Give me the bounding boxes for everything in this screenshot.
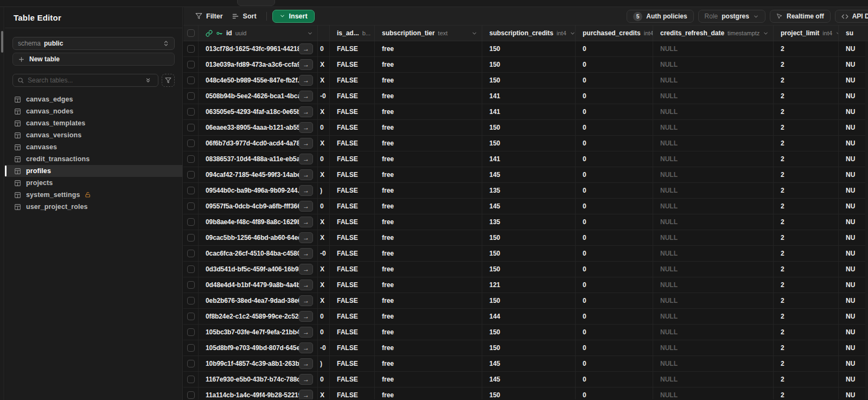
cell-is-admin[interactable]: FALSE	[330, 340, 375, 355]
sidebar-item-canvas_templates[interactable]: canvas_templates	[5, 117, 182, 129]
sidebar-item-canvas_versions[interactable]: canvas_versions	[5, 129, 182, 141]
cell-clipped[interactable]: -0	[318, 246, 330, 261]
row-checkbox[interactable]	[187, 108, 195, 116]
cell-subscription-credits[interactable]: 150	[482, 246, 576, 261]
cell-purchased-credits[interactable]: 0	[576, 293, 653, 308]
filter-button[interactable]: Filter	[191, 10, 227, 23]
cell-id[interactable]: 0cac6fca-26cf-4510-84ba-c4580...→	[199, 246, 318, 261]
row-checkbox[interactable]	[187, 77, 195, 84]
row-checkbox[interactable]	[187, 61, 195, 68]
schema-select[interactable]: schema public	[12, 37, 175, 50]
cell-credits-refresh-date[interactable]: NULL	[653, 88, 774, 104]
cell-clipped[interactable]: 0	[318, 151, 330, 167]
cell-overflow[interactable]: NU	[839, 325, 868, 340]
expand-row-button[interactable]: →	[299, 59, 313, 70]
cell-purchased-credits[interactable]: 0	[576, 340, 653, 355]
expand-row-button[interactable]: →	[299, 295, 313, 306]
cell-project-limit[interactable]: 2	[774, 41, 839, 56]
cell-subscription-tier[interactable]: free	[375, 293, 482, 308]
chevron-down-icon[interactable]	[471, 30, 477, 36]
expand-row-button[interactable]: →	[299, 248, 313, 259]
row-checkbox[interactable]	[187, 45, 195, 53]
cell-credits-refresh-date[interactable]: NULL	[653, 262, 774, 277]
row-checkbox[interactable]	[187, 202, 195, 210]
cell-clipped[interactable]: X	[318, 104, 330, 119]
cell-is-admin[interactable]: FALSE	[330, 73, 375, 88]
cell-is-admin[interactable]: FALSE	[330, 356, 375, 371]
sort-button[interactable]: Sort	[227, 10, 261, 23]
cell-subscription-tier[interactable]: free	[375, 388, 482, 399]
cell-id[interactable]: 09544b0c-ba9b-496a-9b09-244...→	[199, 183, 318, 198]
cell-purchased-credits[interactable]: 0	[576, 309, 653, 324]
column-header-project-limit[interactable]: project_limit int4	[774, 26, 839, 41]
cell-purchased-credits[interactable]: 0	[576, 151, 653, 167]
cell-subscription-credits[interactable]: 144	[482, 309, 576, 324]
cell-is-admin[interactable]: FALSE	[330, 325, 375, 340]
cell-is-admin[interactable]: FALSE	[330, 372, 375, 387]
cell-purchased-credits[interactable]: 0	[576, 57, 653, 72]
chevron-down-icon[interactable]	[763, 30, 769, 36]
expand-row-button[interactable]: →	[299, 327, 313, 338]
cell-credits-refresh-date[interactable]: NULL	[653, 136, 774, 151]
role-select-button[interactable]: Role postgres	[698, 10, 765, 23]
row-checkbox[interactable]	[187, 376, 195, 383]
cell-subscription-credits[interactable]: 150	[482, 41, 576, 56]
cell-clipped[interactable]: X	[318, 230, 330, 245]
cell-clipped[interactable]: X	[318, 293, 330, 308]
cell-is-admin[interactable]: FALSE	[330, 262, 375, 277]
cell-project-limit[interactable]: 2	[774, 120, 839, 135]
cell-subscription-tier[interactable]: free	[375, 325, 482, 340]
cell-overflow[interactable]: NU	[839, 309, 868, 324]
cell-credits-refresh-date[interactable]: NULL	[653, 214, 774, 230]
cell-id[interactable]: 08386537-10d4-488a-a11e-eb5a6...→	[199, 151, 318, 167]
cell-project-limit[interactable]: 2	[774, 372, 839, 387]
cell-subscription-credits[interactable]: 141	[482, 104, 576, 119]
cell-project-limit[interactable]: 2	[774, 151, 839, 167]
cell-id[interactable]: 0d48e4d4-b1bf-4479-9a8b-4a4b...→	[199, 277, 318, 293]
cell-project-limit[interactable]: 2	[774, 88, 839, 104]
cell-credits-refresh-date[interactable]: NULL	[653, 340, 774, 355]
cell-project-limit[interactable]: 2	[774, 340, 839, 355]
cell-is-admin[interactable]: FALSE	[330, 120, 375, 135]
cell-project-limit[interactable]: 2	[774, 199, 839, 214]
cell-subscription-credits[interactable]: 121	[482, 277, 576, 293]
cell-overflow[interactable]: NU	[839, 199, 868, 214]
cell-subscription-credits[interactable]: 150	[482, 388, 576, 399]
expand-row-button[interactable]: →	[299, 390, 313, 399]
cell-overflow[interactable]: NU	[839, 246, 868, 261]
cell-clipped[interactable]: 0	[318, 41, 330, 56]
row-checkbox[interactable]	[187, 313, 195, 320]
column-header-clipped[interactable]	[318, 26, 330, 41]
cell-credits-refresh-date[interactable]: NULL	[653, 151, 774, 167]
cell-subscription-credits[interactable]: 150	[482, 325, 576, 340]
cell-subscription-tier[interactable]: free	[375, 246, 482, 261]
column-header-is-admin[interactable]: is_ad... b...	[330, 26, 375, 41]
cell-id[interactable]: 10b99c1f-4857-4c39-a8b1-263b8...→	[199, 356, 318, 371]
cell-overflow[interactable]: NU	[839, 230, 868, 245]
cell-clipped[interactable]: 0	[318, 199, 330, 214]
cell-id[interactable]: 06f6b7d3-977d-4cd0-acd4-4a78...→	[199, 136, 318, 151]
cell-purchased-credits[interactable]: 0	[576, 388, 653, 399]
cell-is-admin[interactable]: FALSE	[330, 309, 375, 324]
cell-subscription-tier[interactable]: free	[375, 340, 482, 355]
cell-subscription-credits[interactable]: 150	[482, 293, 576, 308]
cell-project-limit[interactable]: 2	[774, 57, 839, 72]
cell-subscription-credits[interactable]: 141	[482, 151, 576, 167]
cell-subscription-tier[interactable]: free	[375, 104, 482, 119]
cell-id[interactable]: 11a114cb-1a4c-49f4-9b28-52219ec...→	[199, 388, 318, 399]
row-checkbox[interactable]	[187, 250, 195, 257]
cell-purchased-credits[interactable]: 0	[576, 277, 653, 293]
cell-credits-refresh-date[interactable]: NULL	[653, 325, 774, 340]
cell-clipped[interactable]: -0	[318, 88, 330, 104]
cell-project-limit[interactable]: 2	[774, 388, 839, 399]
cell-id[interactable]: 105d8bf9-e703-49bd-807d-645e...→	[199, 340, 318, 355]
cell-project-limit[interactable]: 2	[774, 277, 839, 293]
cell-is-admin[interactable]: FALSE	[330, 388, 375, 399]
cell-overflow[interactable]: NU	[839, 277, 868, 293]
expand-row-button[interactable]: →	[299, 342, 313, 353]
cell-id[interactable]: 09557f5a-0dcb-4cb9-a6fb-fff366...→	[199, 199, 318, 214]
cell-clipped[interactable]: X	[318, 262, 330, 277]
new-table-button[interactable]: New table	[12, 53, 175, 66]
cell-project-limit[interactable]: 2	[774, 262, 839, 277]
column-header-id[interactable]: id uuid	[199, 26, 318, 41]
